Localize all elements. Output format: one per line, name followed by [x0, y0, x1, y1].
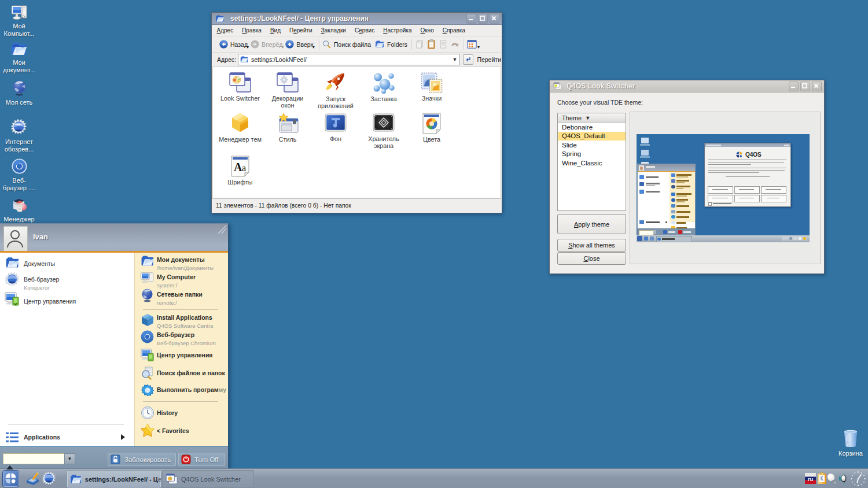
svg-text:ru: ru	[808, 476, 814, 482]
svg-text:a: a	[242, 163, 246, 173]
svg-text:A: A	[234, 161, 242, 173]
